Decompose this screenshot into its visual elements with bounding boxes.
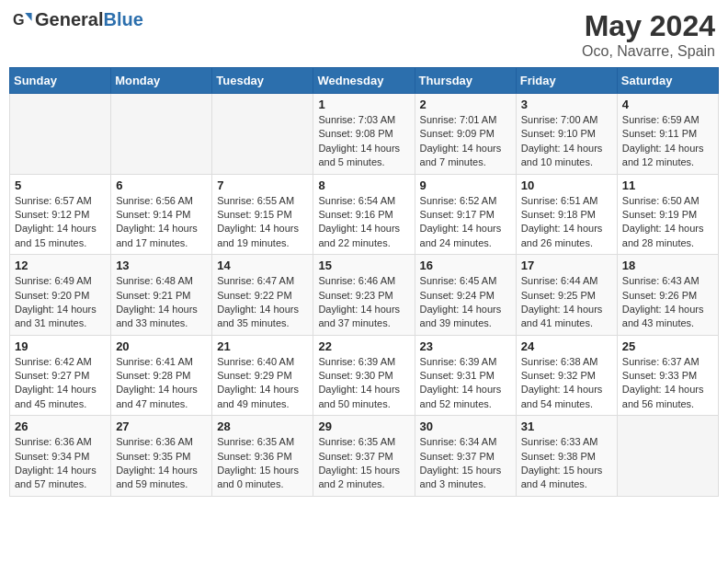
day-number: 19 <box>15 339 106 353</box>
header-row: Sunday Monday Tuesday Wednesday Thursday… <box>10 68 719 94</box>
day-number: 30 <box>420 419 511 433</box>
day-info: Sunrise: 6:49 AM Sunset: 9:20 PM Dayligh… <box>15 274 106 331</box>
calendar-cell: 7Sunrise: 6:55 AM Sunset: 9:15 PM Daylig… <box>212 174 313 255</box>
calendar-cell: 5Sunrise: 6:57 AM Sunset: 9:12 PM Daylig… <box>10 174 111 255</box>
calendar-cell: 16Sunrise: 6:45 AM Sunset: 9:24 PM Dayli… <box>415 255 516 336</box>
day-number: 26 <box>15 419 106 433</box>
col-friday: Friday <box>516 68 617 94</box>
col-thursday: Thursday <box>415 68 516 94</box>
calendar-week-row: 12Sunrise: 6:49 AM Sunset: 9:20 PM Dayli… <box>10 255 719 336</box>
day-info: Sunrise: 6:33 AM Sunset: 9:38 PM Dayligh… <box>521 435 612 492</box>
day-info: Sunrise: 6:40 AM Sunset: 9:29 PM Dayligh… <box>217 355 308 412</box>
day-number: 21 <box>217 339 308 353</box>
calendar-cell: 21Sunrise: 6:40 AM Sunset: 9:29 PM Dayli… <box>212 335 313 416</box>
calendar-cell: 11Sunrise: 6:50 AM Sunset: 9:19 PM Dayli… <box>617 174 718 255</box>
day-info: Sunrise: 6:42 AM Sunset: 9:27 PM Dayligh… <box>15 355 106 412</box>
calendar-cell: 26Sunrise: 6:36 AM Sunset: 9:34 PM Dayli… <box>10 416 111 497</box>
day-number: 16 <box>420 259 511 272</box>
calendar-week-row: 19Sunrise: 6:42 AM Sunset: 9:27 PM Dayli… <box>10 335 719 416</box>
day-number: 18 <box>622 259 713 272</box>
calendar-cell: 24Sunrise: 6:38 AM Sunset: 9:32 PM Dayli… <box>516 335 617 416</box>
calendar-cell: 1Sunrise: 7:03 AM Sunset: 9:08 PM Daylig… <box>313 94 415 175</box>
day-number: 27 <box>116 419 207 433</box>
logo-icon: G <box>13 10 33 30</box>
col-monday: Monday <box>111 68 212 94</box>
calendar-cell: 13Sunrise: 6:48 AM Sunset: 9:21 PM Dayli… <box>111 255 212 336</box>
day-info: Sunrise: 6:59 AM Sunset: 9:11 PM Dayligh… <box>622 113 713 170</box>
day-number: 22 <box>318 339 409 353</box>
col-sunday: Sunday <box>10 68 111 94</box>
calendar-cell <box>10 94 111 175</box>
day-number: 9 <box>420 178 511 192</box>
day-number: 7 <box>217 178 308 192</box>
day-number: 17 <box>521 259 612 272</box>
month-title: May 2024 <box>582 9 715 43</box>
day-number: 3 <box>521 98 612 111</box>
day-number: 6 <box>116 178 207 192</box>
day-info: Sunrise: 6:50 AM Sunset: 9:19 PM Dayligh… <box>622 194 713 251</box>
calendar-cell: 22Sunrise: 6:39 AM Sunset: 9:30 PM Dayli… <box>313 335 415 416</box>
location-title: Oco, Navarre, Spain <box>582 43 715 60</box>
day-number: 20 <box>116 339 207 353</box>
day-info: Sunrise: 6:56 AM Sunset: 9:14 PM Dayligh… <box>116 194 207 251</box>
calendar-week-row: 26Sunrise: 6:36 AM Sunset: 9:34 PM Dayli… <box>10 416 719 497</box>
day-number: 5 <box>15 178 106 192</box>
day-info: Sunrise: 6:36 AM Sunset: 9:35 PM Dayligh… <box>116 435 207 492</box>
day-number: 14 <box>217 259 308 272</box>
day-number: 10 <box>521 178 612 192</box>
day-info: Sunrise: 6:48 AM Sunset: 9:21 PM Dayligh… <box>116 274 207 331</box>
calendar-header: Sunday Monday Tuesday Wednesday Thursday… <box>10 68 719 94</box>
day-number: 1 <box>318 98 409 111</box>
calendar-cell: 2Sunrise: 7:01 AM Sunset: 9:09 PM Daylig… <box>415 94 516 175</box>
calendar-cell <box>617 416 718 497</box>
logo-general: General <box>35 9 103 29</box>
day-number: 11 <box>622 178 713 192</box>
day-info: Sunrise: 6:54 AM Sunset: 9:16 PM Dayligh… <box>318 194 409 251</box>
day-number: 13 <box>116 259 207 272</box>
day-info: Sunrise: 6:39 AM Sunset: 9:30 PM Dayligh… <box>318 355 409 412</box>
calendar-cell: 17Sunrise: 6:44 AM Sunset: 9:25 PM Dayli… <box>516 255 617 336</box>
calendar-cell: 15Sunrise: 6:46 AM Sunset: 9:23 PM Dayli… <box>313 255 415 336</box>
calendar-cell: 10Sunrise: 6:51 AM Sunset: 9:18 PM Dayli… <box>516 174 617 255</box>
calendar-cell: 23Sunrise: 6:39 AM Sunset: 9:31 PM Dayli… <box>415 335 516 416</box>
day-info: Sunrise: 6:39 AM Sunset: 9:31 PM Dayligh… <box>420 355 511 412</box>
day-info: Sunrise: 6:55 AM Sunset: 9:15 PM Dayligh… <box>217 194 308 251</box>
day-number: 15 <box>318 259 409 272</box>
day-info: Sunrise: 6:57 AM Sunset: 9:12 PM Dayligh… <box>15 194 106 251</box>
day-info: Sunrise: 6:34 AM Sunset: 9:37 PM Dayligh… <box>420 435 511 492</box>
day-info: Sunrise: 6:41 AM Sunset: 9:28 PM Dayligh… <box>116 355 207 412</box>
svg-text:G: G <box>13 11 25 28</box>
day-info: Sunrise: 7:00 AM Sunset: 9:10 PM Dayligh… <box>521 113 612 170</box>
day-info: Sunrise: 6:44 AM Sunset: 9:25 PM Dayligh… <box>521 274 612 331</box>
calendar-cell: 8Sunrise: 6:54 AM Sunset: 9:16 PM Daylig… <box>313 174 415 255</box>
day-info: Sunrise: 6:35 AM Sunset: 9:36 PM Dayligh… <box>217 435 308 492</box>
calendar-cell: 9Sunrise: 6:52 AM Sunset: 9:17 PM Daylig… <box>415 174 516 255</box>
calendar-cell: 31Sunrise: 6:33 AM Sunset: 9:38 PM Dayli… <box>516 416 617 497</box>
calendar-cell <box>212 94 313 175</box>
day-number: 24 <box>521 339 612 353</box>
day-info: Sunrise: 6:37 AM Sunset: 9:33 PM Dayligh… <box>622 355 713 412</box>
day-info: Sunrise: 6:43 AM Sunset: 9:26 PM Dayligh… <box>622 274 713 331</box>
calendar-cell: 29Sunrise: 6:35 AM Sunset: 9:37 PM Dayli… <box>313 416 415 497</box>
day-info: Sunrise: 6:38 AM Sunset: 9:32 PM Dayligh… <box>521 355 612 412</box>
day-number: 28 <box>217 419 308 433</box>
page-header: G GeneralBlue May 2024 Oco, Navarre, Spa… <box>9 9 719 60</box>
day-number: 25 <box>622 339 713 353</box>
day-info: Sunrise: 6:46 AM Sunset: 9:23 PM Dayligh… <box>318 274 409 331</box>
calendar-cell: 25Sunrise: 6:37 AM Sunset: 9:33 PM Dayli… <box>617 335 718 416</box>
logo: G GeneralBlue <box>13 9 143 30</box>
logo-blue: Blue <box>103 9 142 29</box>
calendar-cell: 28Sunrise: 6:35 AM Sunset: 9:36 PM Dayli… <box>212 416 313 497</box>
day-info: Sunrise: 6:47 AM Sunset: 9:22 PM Dayligh… <box>217 274 308 331</box>
svg-marker-1 <box>25 12 31 20</box>
day-number: 4 <box>622 98 713 111</box>
calendar-cell: 27Sunrise: 6:36 AM Sunset: 9:35 PM Dayli… <box>111 416 212 497</box>
calendar-table: Sunday Monday Tuesday Wednesday Thursday… <box>9 67 719 497</box>
day-number: 2 <box>420 98 511 111</box>
day-number: 31 <box>521 419 612 433</box>
calendar-cell: 4Sunrise: 6:59 AM Sunset: 9:11 PM Daylig… <box>617 94 718 175</box>
calendar-week-row: 5Sunrise: 6:57 AM Sunset: 9:12 PM Daylig… <box>10 174 719 255</box>
calendar-cell: 12Sunrise: 6:49 AM Sunset: 9:20 PM Dayli… <box>10 255 111 336</box>
title-area: May 2024 Oco, Navarre, Spain <box>582 9 715 60</box>
day-info: Sunrise: 6:45 AM Sunset: 9:24 PM Dayligh… <box>420 274 511 331</box>
